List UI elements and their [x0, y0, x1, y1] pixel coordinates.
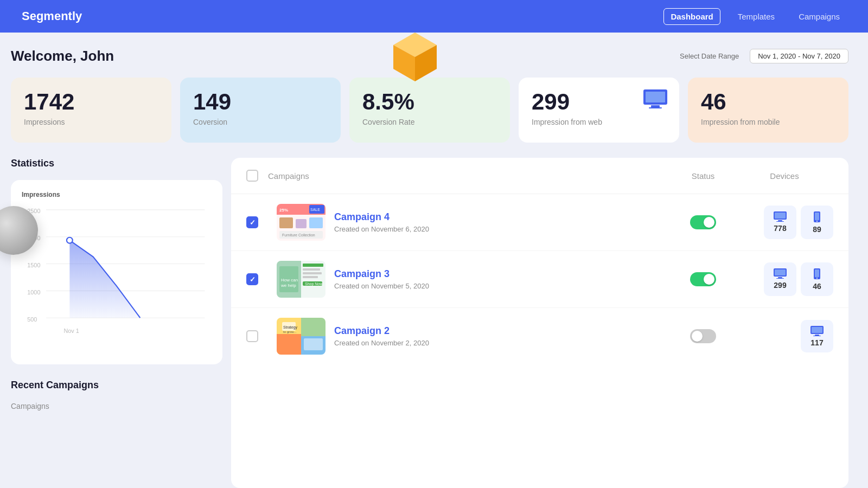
- svg-text:1000: 1000: [27, 289, 40, 296]
- conversion-rate-label: Coversion Rate: [362, 118, 497, 126]
- date-range-label: Select Date Range: [680, 52, 739, 60]
- svg-rect-28: [309, 217, 323, 228]
- nav-dashboard[interactable]: Dashboard: [663, 8, 720, 25]
- conversion-label: Coversion: [193, 118, 328, 126]
- svg-rect-68: [813, 336, 821, 336]
- campaign3-thumbnail: Shop Now How can we help: [277, 261, 326, 298]
- svg-rect-5: [646, 92, 665, 102]
- campaign3-desktop-count: 299: [774, 281, 786, 290]
- recent-campaigns-title: Recent Campaigns: [11, 380, 222, 391]
- top-bar: Welcome, John Select Date Range Nov 1, 2…: [11, 48, 848, 65]
- nav: Dashboard Templates Campaigns: [663, 8, 846, 25]
- checkmark-icon: ✓: [250, 219, 256, 227]
- campaign3-date: Created on November 5, 2020: [334, 282, 671, 290]
- svg-point-19: [67, 237, 73, 243]
- svg-text:25%: 25%: [279, 208, 288, 213]
- header-devices-label: Devices: [736, 171, 833, 181]
- statistics-title: Statistics: [11, 158, 222, 169]
- desktop-icon: [773, 268, 787, 279]
- campaign3-checkbox[interactable]: ✓: [246, 273, 258, 285]
- campaign2-devices: 117: [736, 320, 833, 352]
- campaign4-mobile-count: 89: [813, 225, 821, 234]
- conversion-rate-number: 8.5%: [362, 91, 497, 113]
- desktop-icon: [810, 325, 824, 336]
- svg-rect-51: [778, 277, 782, 278]
- campaign2-desktop-count: 117: [810, 338, 823, 347]
- bottom-section: Statistics Impressions 2500 2000 1500 10…: [11, 158, 848, 488]
- campaign3-devices: 299 46: [736, 262, 833, 296]
- campaign4-desktop-count: 778: [774, 224, 786, 233]
- svg-text:500: 500: [27, 316, 37, 323]
- svg-rect-42: [303, 272, 322, 274]
- stat-card-impression-web: 299 Impression from web: [519, 78, 679, 143]
- campaign2-info: Campaign 2 Created on November 2, 2020: [334, 325, 671, 347]
- svg-rect-36: [815, 213, 819, 220]
- impression-web-label: Impression from web: [532, 118, 666, 126]
- header-checkbox[interactable]: [246, 170, 258, 182]
- svg-rect-7: [649, 107, 662, 108]
- svg-rect-54: [815, 269, 819, 277]
- svg-text:SALE: SALE: [310, 208, 320, 211]
- chart-area: Impressions 2500 2000 1500 1000 500: [11, 180, 222, 364]
- campaign4-checkbox[interactable]: ✓: [246, 216, 258, 228]
- impression-mobile-number: 46: [701, 91, 835, 113]
- header-checkbox-col: [246, 170, 268, 182]
- main-content: Welcome, John Select Date Range Nov 1, 2…: [0, 33, 868, 488]
- campaign-row-4: ✓ 25% SALE: [231, 194, 848, 251]
- svg-text:we help: we help: [280, 283, 296, 288]
- svg-text:Nov 1: Nov 1: [64, 328, 79, 334]
- svg-rect-43: [303, 276, 318, 278]
- stat-card-impressions: 1742 Impressions: [11, 78, 171, 143]
- svg-text:Furniture Collection: Furniture Collection: [282, 233, 315, 237]
- header-campaign-label: Campaigns: [268, 171, 671, 181]
- chart-y-label: Impressions: [22, 191, 212, 198]
- campaign3-status: [671, 272, 736, 286]
- svg-text:How can: How can: [281, 278, 298, 282]
- toggle-knob: [704, 217, 714, 228]
- campaign2-status: [671, 329, 736, 343]
- svg-text:1500: 1500: [27, 262, 40, 268]
- impression-mobile-label: Impression from mobile: [701, 118, 835, 126]
- campaign3-mobile-badge: 46: [801, 262, 833, 296]
- campaign3-name: Campaign 3: [334, 268, 671, 280]
- svg-rect-41: [303, 268, 320, 271]
- campaign2-desktop-badge: 117: [801, 320, 833, 352]
- svg-rect-50: [775, 269, 786, 275]
- campaign4-desktop-badge: 778: [764, 206, 796, 239]
- campaign3-info: Campaign 3 Created on November 5, 2020: [334, 268, 671, 290]
- campaign4-toggle[interactable]: [690, 215, 716, 229]
- campaign2-checkbox[interactable]: [246, 330, 258, 342]
- campaign2-toggle[interactable]: [690, 329, 716, 343]
- svg-rect-66: [812, 327, 822, 333]
- campaigns-panel: Campaigns Status Devices ✓: [231, 158, 848, 488]
- nav-templates[interactable]: Templates: [731, 9, 781, 24]
- campaign4-status: [671, 215, 736, 229]
- campaign2-thumbnail: Strategy to grow...: [277, 318, 326, 355]
- campaign4-name: Campaign 4: [334, 211, 671, 223]
- monitor-icon: [642, 88, 668, 111]
- header-status-label: Status: [671, 171, 736, 181]
- conversion-number: 149: [193, 91, 328, 113]
- campaign4-thumbnail: 25% SALE Furniture Collection: [277, 204, 326, 241]
- desktop-icon: [773, 211, 787, 222]
- svg-rect-64: [304, 338, 323, 350]
- campaign3-toggle[interactable]: [690, 272, 716, 286]
- svg-rect-34: [776, 221, 784, 222]
- svg-rect-40: [303, 264, 323, 267]
- svg-rect-33: [778, 220, 782, 221]
- campaign4-devices: 778 89: [736, 206, 833, 239]
- statistics-panel: Statistics Impressions 2500 2000 1500 10…: [11, 158, 222, 488]
- body-wrapper: Welcome, John Select Date Range Nov 1, 2…: [0, 33, 868, 488]
- toggle-knob: [704, 274, 714, 285]
- header: Segmently Dashboard Templates Campaigns: [0, 0, 868, 33]
- stats-cards-row: 1742 Impressions 149 Coversion 8.5% Cove: [11, 78, 848, 143]
- nav-campaigns[interactable]: Campaigns: [792, 9, 846, 24]
- svg-rect-58: [277, 334, 301, 355]
- date-range-value[interactable]: Nov 1, 2020 - Nov 7, 2020: [750, 49, 848, 63]
- toggle-knob: [692, 331, 703, 342]
- welcome-title: Welcome, John: [11, 48, 114, 65]
- stat-card-impression-mobile: 46 Impression from mobile: [688, 78, 848, 143]
- campaign4-date: Created on November 6, 2020: [334, 225, 671, 233]
- date-range-area: Select Date Range Nov 1, 2020 - Nov 7, 2…: [680, 49, 848, 63]
- logo: Segmently: [22, 9, 663, 23]
